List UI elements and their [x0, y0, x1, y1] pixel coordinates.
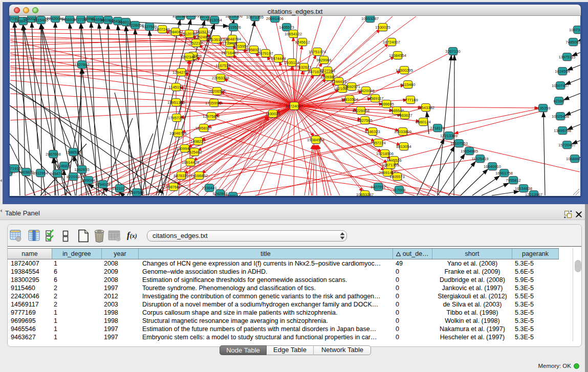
svg-text:8186323: 8186323 — [365, 129, 380, 134]
svg-text:1527602: 1527602 — [74, 62, 90, 67]
svg-text:822037: 822037 — [67, 174, 79, 179]
svg-text:9227343: 9227343 — [320, 69, 335, 73]
svg-text:13495798: 13495798 — [554, 128, 571, 133]
svg-text:19218506: 19218506 — [376, 151, 394, 156]
svg-text:1530025: 1530025 — [375, 25, 390, 30]
svg-text:9474444: 9474444 — [271, 56, 286, 61]
svg-text:117004: 117004 — [393, 188, 406, 192]
svg-text:6794028: 6794028 — [95, 182, 111, 187]
svg-text:7663822: 7663822 — [18, 170, 34, 174]
svg-text:13226058: 13226058 — [126, 23, 144, 28]
svg-text:6897568: 6897568 — [129, 190, 144, 195]
svg-text:11325419: 11325419 — [471, 157, 488, 161]
svg-text:2603144: 2603144 — [225, 194, 241, 196]
svg-text:10688609: 10688609 — [566, 157, 580, 161]
svg-text:10973493: 10973493 — [569, 28, 580, 32]
svg-text:10654122: 10654122 — [285, 32, 302, 36]
svg-text:2867608: 2867608 — [46, 152, 61, 157]
svg-text:1588520: 1588520 — [66, 150, 81, 155]
svg-text:2087682: 2087682 — [166, 185, 181, 189]
svg-text:7485063: 7485063 — [565, 40, 580, 45]
svg-text:9146821: 9146821 — [56, 164, 72, 168]
svg-text:10507457: 10507457 — [552, 83, 569, 88]
svg-text:20691406: 20691406 — [266, 16, 284, 21]
svg-text:252214: 252214 — [189, 41, 202, 46]
svg-text:3267130: 3267130 — [445, 49, 461, 54]
svg-text:11958107: 11958107 — [195, 126, 212, 130]
svg-text:10033809: 10033809 — [394, 129, 411, 134]
svg-text:8427552: 8427552 — [371, 185, 386, 189]
svg-text:19384554: 19384554 — [307, 138, 324, 142]
svg-text:18300295: 18300295 — [396, 68, 413, 73]
svg-text:20206576: 20206576 — [208, 89, 226, 94]
svg-text:1135359: 1135359 — [536, 106, 551, 111]
svg-text:8660124: 8660124 — [416, 120, 431, 124]
svg-text:1145193: 1145193 — [169, 85, 184, 90]
svg-text:16543382: 16543382 — [417, 105, 434, 110]
svg-text:16640910: 16640910 — [484, 164, 501, 169]
svg-text:15951353: 15951353 — [167, 100, 185, 105]
svg-text:13975115: 13975115 — [558, 55, 575, 59]
svg-text:7515526: 7515526 — [226, 25, 241, 30]
svg-text:1362635: 1362635 — [74, 167, 90, 172]
svg-text:17810504: 17810504 — [341, 97, 358, 102]
svg-text:22420046: 22420046 — [357, 89, 375, 93]
svg-text:7632621: 7632621 — [296, 65, 312, 70]
svg-text:16154838: 16154838 — [515, 186, 532, 191]
svg-text:1621072: 1621072 — [112, 186, 127, 191]
svg-text:8813054: 8813054 — [396, 144, 411, 149]
svg-text:13226058: 13226058 — [352, 108, 369, 113]
svg-text:8912954: 8912954 — [33, 171, 48, 176]
svg-text:19384554: 19384554 — [389, 53, 406, 58]
svg-text:10046766: 10046766 — [169, 131, 187, 136]
svg-text:17957253: 17957253 — [168, 116, 185, 120]
svg-text:1024554: 1024554 — [555, 69, 570, 74]
svg-text:12213389: 12213389 — [440, 134, 458, 138]
svg-text:9829966: 9829966 — [316, 58, 332, 62]
svg-text:22053346: 22053346 — [212, 76, 229, 80]
svg-text:1405573: 1405573 — [279, 25, 294, 30]
svg-text:19218506: 19218506 — [225, 16, 243, 18]
svg-text:18724007: 18724007 — [383, 40, 400, 45]
svg-text:10671355: 10671355 — [246, 16, 264, 19]
svg-text:1530025: 1530025 — [265, 112, 280, 116]
svg-text:2718176: 2718176 — [430, 126, 445, 130]
svg-text:16648784: 16648784 — [224, 37, 241, 41]
svg-text:15720407: 15720407 — [558, 143, 576, 147]
svg-text:62160: 62160 — [553, 99, 564, 103]
svg-text:1244415: 1244415 — [331, 79, 346, 84]
svg-text:12975857: 12975857 — [203, 114, 220, 119]
svg-text:1167534: 1167534 — [216, 63, 231, 68]
svg-text:12923445: 12923445 — [180, 55, 198, 59]
svg-text:9115460: 9115460 — [401, 82, 416, 87]
svg-text:16961758: 16961758 — [495, 171, 513, 176]
svg-text:9777169: 9777169 — [403, 98, 418, 102]
svg-text:9245612: 9245612 — [295, 40, 310, 45]
svg-text:18724007: 18724007 — [286, 104, 303, 108]
svg-text:14569117: 14569117 — [366, 96, 383, 101]
svg-text:7955812: 7955812 — [506, 178, 521, 183]
svg-text:15751074: 15751074 — [309, 50, 326, 54]
svg-text:899044: 899044 — [82, 178, 95, 183]
svg-text:1498222: 1498222 — [190, 139, 206, 144]
svg-text:9327505: 9327505 — [357, 118, 373, 123]
svg-text:8813054: 8813054 — [207, 18, 222, 23]
svg-text:10025458: 10025458 — [552, 114, 569, 119]
svg-text:2336441: 2336441 — [202, 186, 217, 190]
svg-text:10653287: 10653287 — [356, 192, 374, 196]
svg-text:12942737: 12942737 — [172, 70, 190, 75]
svg-text:8454749: 8454749 — [50, 171, 65, 176]
svg-text:2935114: 2935114 — [285, 60, 299, 65]
svg-text:6679197: 6679197 — [258, 51, 273, 56]
svg-text:19654985: 19654985 — [461, 149, 478, 154]
svg-text:10653287: 10653287 — [361, 16, 379, 21]
svg-text:9463627: 9463627 — [397, 113, 412, 118]
svg-text:7357224: 7357224 — [371, 141, 386, 145]
svg-text:7625402: 7625402 — [187, 150, 202, 155]
svg-text:1405573: 1405573 — [389, 174, 405, 179]
svg-text:16914479: 16914479 — [182, 160, 199, 165]
svg-text:19166852: 19166852 — [190, 173, 208, 178]
svg-text:16107553: 16107553 — [450, 141, 468, 146]
svg-text:15716485: 15716485 — [221, 51, 238, 55]
svg-text:12213967: 12213967 — [525, 192, 542, 196]
